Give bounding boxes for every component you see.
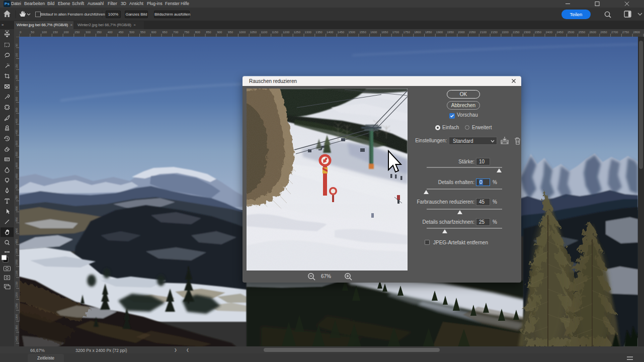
svg-text:450: 450 [118, 31, 124, 34]
svg-text:550: 550 [15, 151, 18, 156]
svg-text:1800: 1800 [414, 31, 421, 34]
svg-text:600: 600 [151, 31, 157, 34]
svg-text:1550: 1550 [359, 31, 366, 34]
svg-text:250: 250 [15, 86, 18, 90]
svg-text:1150: 1150 [15, 282, 18, 288]
svg-text:2550: 2550 [579, 31, 586, 34]
svg-text:1000: 1000 [239, 31, 246, 34]
svg-text:750: 750 [15, 195, 18, 200]
svg-text:550: 550 [140, 31, 146, 34]
svg-text:2600: 2600 [590, 31, 597, 34]
svg-text:400: 400 [108, 31, 113, 34]
svg-text:1350: 1350 [15, 325, 18, 331]
svg-text:800: 800 [15, 206, 18, 211]
svg-text:1650: 1650 [381, 31, 388, 34]
svg-text:2350: 2350 [535, 31, 542, 34]
svg-text:1250: 1250 [294, 31, 301, 34]
svg-text:950: 950 [228, 31, 233, 34]
svg-text:300: 300 [15, 97, 18, 101]
svg-text:1700: 1700 [392, 31, 399, 34]
svg-text:850: 850 [15, 217, 18, 222]
svg-text:1600: 1600 [370, 31, 377, 34]
svg-text:600: 600 [15, 162, 18, 167]
svg-text:250: 250 [74, 31, 80, 34]
svg-text:2450: 2450 [556, 31, 564, 34]
svg-text:50: 50 [31, 31, 34, 34]
svg-text:2500: 2500 [568, 31, 575, 34]
svg-text:2300: 2300 [524, 31, 531, 34]
svg-text:700: 700 [173, 31, 179, 34]
svg-text:750: 750 [184, 31, 190, 34]
svg-text:1400: 1400 [15, 336, 18, 342]
svg-text:2150: 2150 [491, 31, 498, 34]
svg-text:900: 900 [15, 228, 18, 233]
svg-text:2200: 2200 [502, 31, 509, 34]
svg-text:200: 200 [15, 75, 18, 79]
svg-text:1850: 1850 [425, 31, 432, 34]
svg-text:1950: 1950 [447, 31, 454, 34]
svg-text:100: 100 [15, 53, 18, 57]
svg-text:2700: 2700 [611, 31, 618, 34]
svg-text:350: 350 [97, 31, 102, 34]
svg-text:1000: 1000 [15, 248, 18, 254]
svg-text:300: 300 [86, 31, 91, 34]
svg-text:50: 50 [15, 44, 18, 47]
svg-text:2750: 2750 [622, 31, 629, 34]
svg-text:1500: 1500 [349, 31, 356, 34]
svg-text:1900: 1900 [436, 31, 443, 34]
svg-text:1050: 1050 [250, 31, 257, 34]
svg-text:1100: 1100 [261, 31, 268, 34]
svg-text:1200: 1200 [15, 292, 18, 298]
svg-text:100: 100 [42, 31, 47, 34]
svg-text:150: 150 [53, 31, 58, 34]
svg-text:1100: 1100 [15, 270, 18, 277]
svg-text:500: 500 [129, 31, 135, 34]
svg-text:1250: 1250 [15, 303, 18, 309]
svg-text:1450: 1450 [338, 31, 345, 34]
svg-text:1050: 1050 [15, 259, 18, 265]
svg-text:650: 650 [15, 173, 18, 178]
svg-text:850: 850 [206, 31, 212, 34]
svg-text:400: 400 [15, 119, 18, 123]
svg-text:1200: 1200 [283, 31, 290, 34]
svg-text:2100: 2100 [480, 31, 487, 34]
svg-text:1150: 1150 [272, 31, 279, 34]
svg-text:1300: 1300 [305, 31, 312, 34]
svg-text:2050: 2050 [469, 31, 476, 34]
svg-text:2000: 2000 [458, 31, 465, 34]
svg-text:450: 450 [15, 130, 18, 134]
svg-text:2400: 2400 [546, 31, 553, 34]
svg-text:150: 150 [15, 64, 18, 68]
svg-text:700: 700 [15, 185, 18, 189]
svg-text:800: 800 [195, 31, 201, 34]
svg-text:2250: 2250 [513, 31, 520, 34]
svg-text:2650: 2650 [600, 31, 607, 34]
svg-text:1750: 1750 [403, 31, 410, 34]
svg-text:1300: 1300 [15, 314, 18, 320]
svg-text:500: 500 [15, 141, 18, 145]
svg-text:900: 900 [217, 31, 222, 34]
svg-text:200: 200 [64, 31, 69, 34]
svg-text:1350: 1350 [315, 31, 323, 34]
svg-text:350: 350 [15, 108, 18, 112]
svg-text:650: 650 [163, 31, 168, 34]
svg-text:1400: 1400 [327, 31, 334, 34]
svg-text:950: 950 [15, 239, 18, 243]
svg-text:2800: 2800 [633, 31, 640, 34]
